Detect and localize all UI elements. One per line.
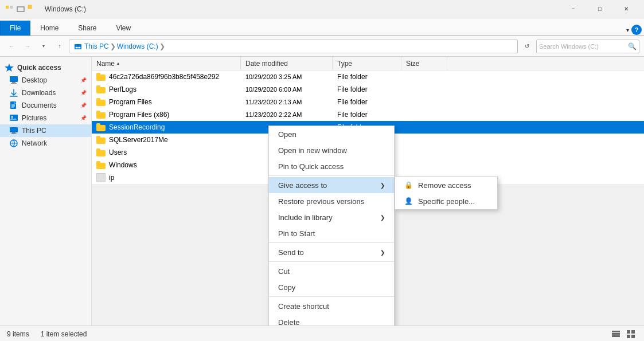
svg-rect-24 xyxy=(612,335,620,337)
tab-view[interactable]: View xyxy=(106,21,140,36)
svg-rect-25 xyxy=(627,330,630,334)
sidebar-downloads-label: Downloads xyxy=(22,89,56,97)
file-name-cell: PerfLogs xyxy=(92,85,241,93)
sidebar-item-network[interactable]: Network xyxy=(0,137,91,150)
ctx-send-to[interactable]: Send to ❯ xyxy=(269,244,394,260)
documents-icon xyxy=(9,101,18,110)
ctx-cut[interactable]: Cut xyxy=(269,263,394,279)
include-library-arrow: ❯ xyxy=(380,214,385,221)
up-button[interactable]: ↑ xyxy=(53,40,67,53)
ribbon-tabs: File Home Share View ▾ ? xyxy=(0,18,644,36)
ctx-open[interactable]: Open xyxy=(269,126,394,142)
svg-rect-0 xyxy=(6,6,9,9)
table-row[interactable]: Program Files (x86) 11/23/2020 2:22 AM F… xyxy=(92,108,644,121)
tiles-view-button[interactable] xyxy=(625,328,637,340)
title-bar: Windows (C:) − □ ✕ xyxy=(0,0,644,18)
ctx-sep1 xyxy=(269,175,394,176)
ctx-restore-versions[interactable]: Restore previous versions xyxy=(269,193,394,209)
col-header-name[interactable]: Name ▴ xyxy=(92,57,241,70)
ctx-delete[interactable]: Delete xyxy=(269,314,394,326)
sidebar-item-thispc[interactable]: This PC xyxy=(0,124,91,137)
folder-icon xyxy=(96,136,106,144)
tab-home[interactable]: Home xyxy=(30,21,68,36)
pictures-pin-icon: 📌 xyxy=(80,115,87,121)
ribbon-collapse-icon[interactable]: ▾ xyxy=(626,27,629,33)
col-header-date[interactable]: Date modified xyxy=(241,57,333,70)
folder-icon xyxy=(96,123,106,131)
recent-locations-button[interactable]: ▾ xyxy=(37,40,50,53)
quick-access-icon xyxy=(5,63,14,72)
sidebar-quick-access[interactable]: Quick access xyxy=(0,61,91,74)
svg-point-5 xyxy=(76,46,77,48)
tab-share[interactable]: Share xyxy=(68,21,106,36)
tab-file[interactable]: File xyxy=(0,21,30,36)
refresh-button[interactable]: ↺ xyxy=(520,40,534,53)
sidebar-item-desktop[interactable]: Desktop 📌 xyxy=(0,74,91,87)
send-to-arrow: ❯ xyxy=(380,249,385,256)
ribbon: File Home Share View ▾ ? xyxy=(0,18,644,36)
table-row[interactable]: PerfLogs 10/29/2020 6:00 AM File folder xyxy=(92,83,644,96)
svg-rect-11 xyxy=(11,83,17,84)
sidebar: Quick access Desktop 📌 Downloads 📌 Docum… xyxy=(0,57,92,326)
breadcrumb-drive[interactable]: Windows (C:) xyxy=(117,42,158,50)
sidebar-item-downloads[interactable]: Downloads 📌 xyxy=(0,87,91,99)
address-bar: ← → ▾ ↑ This PC ❯ Windows (C:) ❯ ↺ Searc… xyxy=(0,36,644,57)
file-date-cell: 11/23/2020 2:22 AM xyxy=(241,111,333,118)
ctx-give-access[interactable]: Give access to ❯ Remove access Specific … xyxy=(269,177,394,193)
ctx-open-new-window[interactable]: Open in new window xyxy=(269,142,394,158)
quick-launch-icon2[interactable] xyxy=(16,5,25,14)
file-name: Windows xyxy=(109,161,137,169)
folder-icon xyxy=(96,98,106,106)
table-row[interactable]: 46c2a726da869f96b3b8c5f458e292 10/29/202… xyxy=(92,70,644,83)
file-type-cell: File folder xyxy=(333,85,401,93)
context-menu: Open Open in new window Pin to Quick acc… xyxy=(268,126,395,326)
selected-count: 1 item selected xyxy=(41,330,87,338)
sidebar-item-pictures[interactable]: Pictures 📌 xyxy=(0,112,91,124)
title-bar-icons xyxy=(5,5,37,14)
sidebar-item-documents[interactable]: Documents 📌 xyxy=(0,99,91,112)
sort-arrow: ▴ xyxy=(117,61,119,66)
give-access-arrow: ❯ xyxy=(380,182,385,189)
main-layout: Quick access Desktop 📌 Downloads 📌 Docum… xyxy=(0,57,644,326)
status-bar: 9 items 1 item selected xyxy=(0,326,644,341)
search-icon: 🔍 xyxy=(628,42,637,50)
help-icon[interactable]: ? xyxy=(631,25,642,35)
table-row[interactable]: Program Files 11/23/2020 2:13 AM File fo… xyxy=(92,96,644,108)
sub-specific-people[interactable]: Specific people... xyxy=(395,193,497,209)
maximize-button[interactable]: □ xyxy=(587,0,613,18)
file-name-cell: Program Files (x86) xyxy=(92,111,241,119)
col-header-size[interactable]: Size xyxy=(401,57,447,70)
details-view-button[interactable] xyxy=(610,328,622,340)
address-path[interactable]: This PC ❯ Windows (C:) ❯ xyxy=(69,40,518,53)
minimize-button[interactable]: − xyxy=(560,0,587,18)
ctx-copy[interactable]: Copy xyxy=(269,279,394,295)
ctx-pin-start[interactable]: Pin to Start xyxy=(269,225,394,241)
folder-icon xyxy=(96,148,106,156)
ctx-pin-quick-access[interactable]: Pin to Quick access xyxy=(269,158,394,174)
svg-rect-1 xyxy=(10,6,13,9)
view-toggle xyxy=(610,328,637,340)
col-header-type[interactable]: Type xyxy=(333,57,401,70)
ctx-include-library[interactable]: Include in library ❯ xyxy=(269,209,394,225)
ctx-sep4 xyxy=(269,296,394,297)
close-button[interactable]: ✕ xyxy=(613,0,639,18)
file-name-cell: Windows xyxy=(92,161,241,169)
quick-launch-icon1[interactable] xyxy=(5,5,14,14)
window-controls: − □ ✕ xyxy=(560,0,639,18)
file-name-cell: SQLServer2017Me xyxy=(92,136,241,144)
ctx-create-shortcut[interactable]: Create shortcut xyxy=(269,298,394,314)
breadcrumb-thispc[interactable]: This PC xyxy=(84,42,109,50)
back-button[interactable]: ← xyxy=(5,40,18,53)
file-type-cell: File folder xyxy=(333,73,401,81)
search-placeholder: Search Windows (C:) xyxy=(539,43,599,50)
file-date-cell: 11/23/2020 2:13 AM xyxy=(241,99,333,105)
file-date: 11/23/2020 2:22 AM xyxy=(245,111,302,118)
people-icon xyxy=(404,197,413,206)
search-box[interactable]: Search Windows (C:) 🔍 xyxy=(536,40,639,53)
desktop-pin-icon: 📌 xyxy=(80,77,87,83)
forward-button[interactable]: → xyxy=(21,40,34,53)
sub-remove-access[interactable]: Remove access xyxy=(395,177,497,193)
svg-rect-27 xyxy=(627,335,630,338)
svg-rect-22 xyxy=(612,331,620,332)
quick-launch-icon3[interactable] xyxy=(28,5,37,14)
